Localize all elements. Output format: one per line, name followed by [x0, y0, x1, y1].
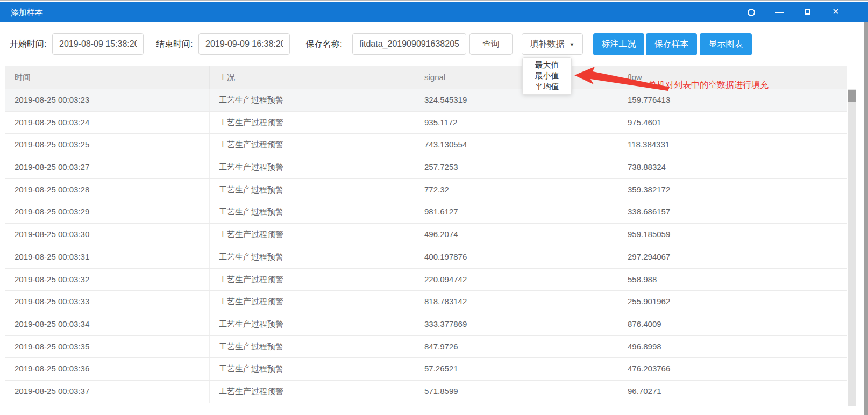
dialog-title: 添加样本: [11, 2, 43, 22]
menu-item-min[interactable]: 最小值: [523, 70, 571, 81]
table-cell: 2019-08-25 00:03:23: [5, 89, 210, 111]
table-cell: 2019-08-25 00:03:28: [5, 179, 210, 201]
maximize-square: [805, 9, 810, 15]
table-row[interactable]: 2019-08-25 00:03:36工艺生产过程预警57.26521476.2…: [5, 358, 847, 381]
table-cell: 工艺生产过程预警: [210, 358, 415, 380]
table-cell: 571.8599: [415, 381, 618, 403]
table-cell: 738.88324: [618, 156, 847, 178]
table-cell: 2019-08-25 00:03:35: [5, 336, 210, 358]
table-cell: 工艺生产过程预警: [210, 224, 415, 246]
table-cell: 959.185059: [618, 224, 847, 246]
show-chart-button[interactable]: 显示图表: [700, 33, 752, 55]
start-time-input[interactable]: [52, 33, 144, 55]
table-cell: 338.686157: [618, 201, 847, 223]
table-cell: 2019-08-25 00:03:37: [5, 381, 210, 403]
minimize-dash: [775, 12, 784, 13]
table-row[interactable]: 2019-08-25 00:03:29工艺生产过程预警981.6127338.6…: [5, 201, 847, 224]
table-body: 2019-08-25 00:03:23工艺生产过程预警324.545319159…: [5, 89, 847, 403]
fill-data-label: 填补数据: [530, 39, 565, 50]
table-cell: 工艺生产过程预警: [210, 269, 415, 291]
table-row[interactable]: 2019-08-25 00:03:28工艺生产过程预警772.32359.382…: [5, 179, 847, 202]
table-row[interactable]: 2019-08-25 00:03:27工艺生产过程预警257.7253738.8…: [5, 156, 847, 179]
dialog-titlebar: 添加样本 ✕: [0, 2, 868, 22]
table-cell: 2019-08-25 00:03:36: [5, 358, 210, 380]
minimize-icon[interactable]: [775, 2, 785, 22]
table-cell: 975.4601: [618, 112, 847, 134]
save-name-input[interactable]: [352, 33, 466, 55]
table-cell: 工艺生产过程预警: [210, 313, 415, 335]
table-cell: 工艺生产过程预警: [210, 89, 415, 111]
table-row[interactable]: 2019-08-25 00:03:33工艺生产过程预警818.783142255…: [5, 291, 847, 313]
table-cell: 935.1172: [415, 112, 618, 134]
table-cell: 847.9726: [415, 336, 618, 358]
save-sample-button[interactable]: 保存样本: [646, 33, 697, 55]
table-cell: 297.294067: [618, 246, 847, 268]
table-row[interactable]: 2019-08-25 00:03:30工艺生产过程预警496.2074959.1…: [5, 224, 847, 246]
table-cell: 工艺生产过程预警: [210, 336, 415, 358]
column-header-condition: 工况: [210, 66, 415, 89]
table-cell: 2019-08-25 00:03:33: [5, 291, 210, 313]
table-cell: 2019-08-25 00:03:31: [5, 246, 210, 268]
fill-data-dropdown-menu: 最大值 最小值 平均值: [522, 57, 572, 95]
fill-data-dropdown-button[interactable]: 填补数据 ▼: [522, 33, 583, 55]
end-time-input[interactable]: [198, 33, 290, 55]
table-cell: 257.7253: [415, 156, 618, 178]
close-icon[interactable]: ✕: [831, 2, 841, 22]
table-cell: 220.094742: [415, 269, 618, 291]
table-row[interactable]: 2019-08-25 00:03:32工艺生产过程预警220.094742558…: [5, 269, 847, 291]
table-cell: 2019-08-25 00:03:24: [5, 112, 210, 134]
table-cell: 工艺生产过程预警: [210, 201, 415, 223]
maximize-icon[interactable]: [803, 2, 813, 22]
table-cell: 400.197876: [415, 246, 618, 268]
table-cell: 2019-08-25 00:03:27: [5, 156, 210, 178]
table-row[interactable]: 2019-08-25 00:03:35工艺生产过程预警847.9726496.8…: [5, 336, 847, 359]
query-button[interactable]: 查询: [469, 33, 513, 55]
table-cell: 743.130554: [415, 134, 618, 156]
column-header-signal: signal: [415, 66, 618, 89]
menu-item-max[interactable]: 最大值: [523, 60, 571, 70]
table-cell: 324.545319: [415, 89, 618, 111]
menu-item-avg[interactable]: 平均值: [523, 81, 571, 92]
table-cell: 2019-08-25 00:03:30: [5, 224, 210, 246]
table-cell: 981.6127: [415, 201, 618, 223]
table-cell: 工艺生产过程预警: [210, 246, 415, 268]
vertical-scrollbar-thumb[interactable]: [848, 90, 856, 102]
table-cell: 工艺生产过程预警: [210, 291, 415, 313]
table-cell: 772.32: [415, 179, 618, 201]
table-cell: 359.382172: [618, 179, 847, 201]
table-cell: 96.70271: [618, 381, 847, 403]
table-cell: 工艺生产过程预警: [210, 381, 415, 403]
table-cell: 496.8998: [618, 336, 847, 358]
column-header-time: 时间: [5, 66, 210, 89]
table-cell: 818.783142: [415, 291, 618, 313]
table-cell: 2019-08-25 00:03:25: [5, 134, 210, 156]
end-time-label: 结束时间:: [156, 33, 193, 55]
table-cell: 159.776413: [618, 89, 847, 111]
mark-condition-button[interactable]: 标注工况: [593, 33, 644, 55]
table-row[interactable]: 2019-08-25 00:03:31工艺生产过程预警400.197876297…: [5, 246, 847, 269]
sample-table: 时间 工况 signal flow 2019-08-25 00:03:23工艺生…: [5, 66, 847, 403]
table-row[interactable]: 2019-08-25 00:03:23工艺生产过程预警324.545319159…: [5, 89, 847, 112]
table-cell: 2019-08-25 00:03:32: [5, 269, 210, 291]
table-cell: 876.4009: [618, 313, 847, 335]
refresh-icon[interactable]: [746, 2, 756, 22]
start-time-label: 开始时间:: [10, 33, 46, 55]
table-row[interactable]: 2019-08-25 00:03:37工艺生产过程预警571.859996.70…: [5, 381, 847, 403]
table-cell: 333.377869: [415, 313, 618, 335]
table-cell: 558.988: [618, 269, 847, 291]
window-right-edge: [864, 22, 868, 415]
table-cell: 118.384331: [618, 134, 847, 156]
table-cell: 工艺生产过程预警: [210, 112, 415, 134]
table-cell: 工艺生产过程预警: [210, 134, 415, 156]
table-cell: 476.203766: [618, 358, 847, 380]
table-cell: 2019-08-25 00:03:34: [5, 313, 210, 335]
vertical-scrollbar-track[interactable]: [848, 89, 856, 406]
column-header-flow: flow: [618, 66, 847, 89]
table-cell: 57.26521: [415, 358, 618, 380]
table-row[interactable]: 2019-08-25 00:03:34工艺生产过程预警333.377869876…: [5, 313, 847, 336]
close-glyph: ✕: [831, 2, 841, 22]
table-row[interactable]: 2019-08-25 00:03:25工艺生产过程预警743.130554118…: [5, 134, 847, 156]
table-row[interactable]: 2019-08-25 00:03:24工艺生产过程预警935.1172975.4…: [5, 112, 847, 134]
table-header-row: 时间 工况 signal flow: [5, 66, 847, 89]
table-cell: 2019-08-25 00:03:29: [5, 201, 210, 223]
